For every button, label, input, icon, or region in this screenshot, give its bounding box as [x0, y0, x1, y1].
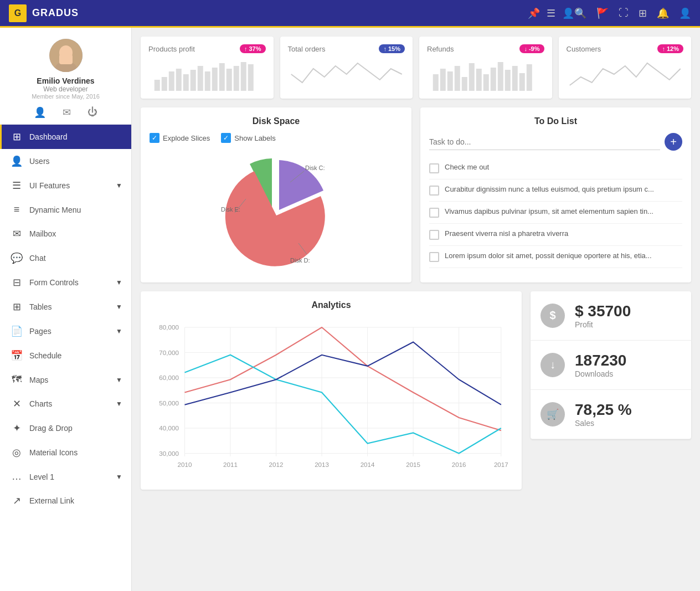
- stat-badge-value-products: 37%: [249, 45, 261, 52]
- svg-rect-22: [462, 77, 467, 91]
- todo-text-5: Lorem ipsum dolor sit amet, possit deniq…: [445, 251, 652, 260]
- svg-text:2016: 2016: [452, 461, 466, 468]
- show-labels-option[interactable]: ✓ Show Labels: [221, 133, 275, 143]
- stat-card-customers: Customers ↑ 12%: [559, 37, 692, 99]
- cart-icon: 🛒: [539, 401, 566, 428]
- sidebar-item-ui-features[interactable]: ☰ UI Features ▼: [0, 173, 131, 198]
- sidebar-label-charts: Charts: [29, 399, 52, 408]
- profile-mail-icon[interactable]: ✉: [63, 106, 71, 119]
- sidebar-label-pages: Pages: [29, 327, 52, 336]
- nav-menu: ⊞ Dashboard 👤 Users ☰ UI Features ▼ ≡ Dy…: [0, 125, 131, 513]
- svg-rect-16: [241, 62, 246, 91]
- sidebar-item-schedule[interactable]: 📅 Schedule: [0, 343, 131, 368]
- middle-row: Disk Space ✓ Explode Slices ✓ Show Label…: [141, 107, 691, 282]
- svg-rect-20: [447, 71, 453, 91]
- todo-checkbox-4[interactable]: [429, 230, 439, 240]
- account-icon[interactable]: 👤: [679, 7, 691, 19]
- profile-person-icon[interactable]: 👤: [34, 106, 46, 119]
- flag-icon[interactable]: 🚩: [596, 7, 609, 19]
- avatar: [49, 39, 83, 72]
- explode-checkbox[interactable]: ✓: [150, 133, 159, 143]
- sales-stat-card: 🛒 78,25 % Sales: [531, 390, 691, 439]
- svg-rect-27: [498, 62, 503, 91]
- svg-rect-14: [227, 69, 232, 91]
- sidebar-item-maps[interactable]: 🗺 Maps ▼: [0, 368, 131, 392]
- sidebar-item-charts[interactable]: ✕ Charts ▼: [0, 392, 131, 416]
- sidebar-item-drag-drop[interactable]: ✦ Drag & Drop: [0, 416, 131, 440]
- todo-item-1: Check me out: [429, 157, 682, 179]
- explode-slices-option[interactable]: ✓ Explode Slices: [150, 133, 210, 143]
- todo-item-2: Curabitur dignissim nunc a tellus euismo…: [429, 179, 682, 202]
- svg-text:Disk D:: Disk D:: [290, 257, 310, 264]
- stat-badge-customers: ↑ 12%: [657, 44, 683, 53]
- disk-options: ✓ Explode Slices ✓ Show Labels: [150, 133, 403, 143]
- svg-text:2012: 2012: [269, 461, 284, 468]
- sidebar-label-tables: Tables: [29, 302, 52, 311]
- todo-text-3: Vivamus dapibus pulvinar ipsum, sit amet…: [445, 207, 653, 215]
- sidebar-item-dashboard[interactable]: ⊞ Dashboard: [0, 125, 131, 149]
- svg-rect-5: [162, 77, 167, 91]
- show-labels-checkbox[interactable]: ✓: [221, 133, 231, 143]
- sidebar-item-form-controls[interactable]: ⊟ Form Controls ▼: [0, 270, 131, 295]
- svg-text:2011: 2011: [223, 461, 238, 468]
- sales-label: Sales: [575, 419, 632, 428]
- sidebar-item-pages[interactable]: 📄 Pages ▼: [0, 319, 131, 343]
- ui-icon: ☰: [11, 179, 23, 192]
- todo-checkbox-2[interactable]: [429, 186, 439, 196]
- profile-actions: 👤 ✉ ⏻: [34, 106, 97, 119]
- trend-down-icon: ↓: [524, 45, 527, 52]
- search-icon[interactable]: 🔍: [574, 7, 586, 19]
- sidebar-item-level1[interactable]: … Level 1 ▼: [0, 465, 131, 489]
- bell-icon[interactable]: 🔔: [657, 7, 669, 19]
- todo-checkbox-5[interactable]: [429, 252, 439, 262]
- sidebar-label-schedule: Schedule: [29, 351, 61, 360]
- mailbox-icon: ✉: [11, 228, 23, 240]
- stat-card-refunds: Refunds ↓ -9%: [419, 37, 552, 99]
- todo-add-button[interactable]: +: [665, 133, 682, 151]
- sidebar-item-material-icons[interactable]: ◎ Material Icons: [0, 440, 131, 465]
- trend-up-icon: ↑: [244, 45, 248, 52]
- sidebar-item-tables[interactable]: ⊞ Tables ▼: [0, 295, 131, 319]
- pin-icon[interactable]: 📌: [528, 7, 540, 19]
- sidebar-item-users[interactable]: 👤 Users: [0, 149, 131, 173]
- sidebar-item-chat[interactable]: 💬 Chat: [0, 246, 131, 270]
- profile-power-icon[interactable]: ⏻: [87, 106, 97, 119]
- todo-checkbox-1[interactable]: [429, 163, 439, 173]
- chat-icon: 💬: [11, 252, 23, 264]
- stat-badge-value-customers: 12%: [667, 45, 679, 52]
- svg-rect-10: [198, 66, 203, 91]
- svg-rect-25: [483, 74, 489, 91]
- stat-title-products: Products profit: [148, 45, 195, 53]
- trend-up-orders-icon: ↑: [383, 45, 387, 52]
- svg-rect-8: [183, 74, 189, 91]
- todo-list: Check me out Curabitur dignissim nunc a …: [429, 157, 682, 268]
- svg-rect-18: [433, 74, 439, 91]
- disk-space-card: Disk Space ✓ Explode Slices ✓ Show Label…: [141, 107, 411, 282]
- chevron-down-icon: ▼: [116, 182, 122, 189]
- sidebar-item-dynamic-menu[interactable]: ≡ Dynamic Menu: [0, 198, 131, 222]
- dollar-circle-icon: $: [539, 302, 566, 329]
- profile-since: Member since May, 2016: [32, 93, 100, 100]
- todo-checkbox-3[interactable]: [429, 208, 439, 218]
- disk-space-title: Disk Space: [150, 116, 403, 126]
- bottom-row: Analytics: [141, 291, 691, 490]
- grid-icon[interactable]: ⊞: [639, 7, 647, 19]
- pie-chart: Disk C: Disk E: Disk D:: [204, 152, 348, 274]
- sidebar: Emilio Verdines Web developer Member sin…: [0, 28, 132, 591]
- sidebar-item-mailbox[interactable]: ✉ Mailbox: [0, 222, 131, 246]
- person-icon[interactable]: 👤: [562, 7, 574, 19]
- todo-input[interactable]: [429, 134, 660, 150]
- svg-rect-31: [527, 64, 532, 91]
- mini-chart-products: [148, 58, 266, 91]
- todo-item-5: Lorem ipsum dolor sit amet, possit deniq…: [429, 246, 682, 268]
- fullscreen-icon[interactable]: ⛶: [619, 7, 629, 19]
- charts-icon: ✕: [11, 398, 23, 410]
- sidebar-item-external-link[interactable]: ↗ External Link: [0, 489, 131, 513]
- mini-chart-refunds: [427, 58, 544, 91]
- svg-rect-21: [455, 66, 460, 91]
- menu-icon[interactable]: ☰: [547, 7, 555, 19]
- svg-rect-12: [212, 68, 218, 91]
- tables-icon: ⊞: [11, 301, 23, 313]
- svg-text:2015: 2015: [406, 461, 420, 468]
- todo-card: To Do List + Check me out Curabitur dign…: [420, 107, 691, 282]
